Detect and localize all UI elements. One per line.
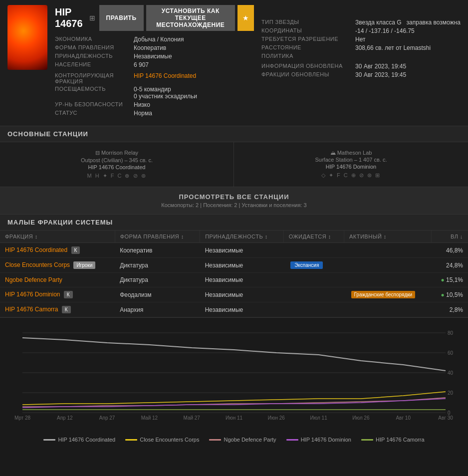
status-label: СТАТУС bbox=[55, 110, 130, 117]
legend-color-swatch bbox=[209, 439, 221, 441]
faction-name-link[interactable]: Ngobe Defence Party bbox=[5, 276, 62, 283]
svg-text:Апр 27: Апр 27 bbox=[99, 415, 115, 421]
economy-label: ЭКОНОМИКА bbox=[55, 36, 130, 43]
legend-item: Ngobe Defence Party bbox=[209, 437, 276, 443]
legend-label: Close Encounters Corps bbox=[140, 437, 199, 443]
legend-label: HIP 14676 Dominion bbox=[301, 437, 351, 443]
faction-influence: ● 15,1% bbox=[431, 273, 468, 287]
col-influence: ВЛ ↓ bbox=[431, 231, 468, 243]
svg-text:Мрт 28: Мрт 28 bbox=[14, 415, 31, 421]
faction-allegiance: Независимые bbox=[200, 287, 284, 302]
station-card-matheson[interactable]: ⛰ Matheson Lab Surface Station – 1 407 с… bbox=[234, 142, 468, 187]
controlling-faction-row: КОНТРОЛИРУЮЩАЯ ФРАКЦИЯ HIP 14676 Coordin… bbox=[55, 72, 254, 117]
coordinates-label: КООРДИНАТЫ bbox=[261, 27, 351, 34]
chart-svg: 020406080Мрт 28Апр 12Апр 27Май 12Май 27И… bbox=[7, 323, 461, 433]
set-location-button[interactable]: УСТАНОВИТЬ КАК ТЕКУЩЕЕ МЕСТОНАХОЖДЕНИЕ bbox=[146, 5, 235, 31]
faction-pending bbox=[283, 243, 344, 258]
faction-name-link[interactable]: Close Encounters Corps bbox=[5, 261, 70, 268]
stations-grid: ⊟ Morrison Relay Outpost (Civilian) – 34… bbox=[0, 142, 468, 187]
factions-updated-value: 30 Авг 2023, 19:45 bbox=[355, 71, 461, 78]
faction-government: Диктатура bbox=[115, 258, 200, 273]
system-info-left: HIP 14676 ⊞ ПРАВИТЬ УСТАНОВИТЬ КАК ТЕКУЩ… bbox=[55, 5, 254, 121]
station-card-morrison[interactable]: ⊟ Morrison Relay Outpost (Civilian) – 34… bbox=[0, 142, 234, 187]
faction-allegiance: Независимые bbox=[200, 258, 284, 273]
legend-label: HIP 14676 Camorra bbox=[376, 437, 425, 443]
legend-item: Close Encounters Corps bbox=[125, 437, 199, 443]
security-value: Низко bbox=[134, 101, 254, 108]
population-value: 6 907 bbox=[134, 61, 254, 68]
factions-section-header: МАЛЫЕ ФРАКЦИИ СИСТЕМЫ bbox=[0, 215, 468, 231]
faction-active bbox=[344, 243, 432, 258]
svg-text:Июл 26: Июл 26 bbox=[352, 415, 370, 421]
faction-name-link[interactable]: HIP 14676 Coordinated bbox=[5, 246, 67, 253]
station-icon-matheson: ⛰ Matheson Lab bbox=[244, 150, 458, 156]
legend-label: HIP 14676 Coordinated bbox=[58, 437, 115, 443]
view-all-stations[interactable]: ПРОСМОТРЕТЬ ВСЕ СТАНЦИИ Космопорты: 2 | … bbox=[0, 187, 468, 215]
faction-government: Кооператив bbox=[115, 243, 200, 258]
info-updated-value: 30 Авг 2023, 19:45 bbox=[355, 63, 461, 70]
faction-government: Анархия bbox=[115, 302, 200, 317]
table-row: HIP 14676 Camorra К Анархия Независимые … bbox=[0, 302, 468, 317]
col-active: АКТИВНЫЙ ↕ bbox=[344, 231, 432, 243]
controlling-faction-value[interactable]: HIP 14676 Coordinated bbox=[134, 72, 254, 84]
svg-text:40: 40 bbox=[448, 370, 454, 376]
svg-text:Май 27: Май 27 bbox=[183, 415, 200, 421]
factions-title: МАЛЫЕ ФРАКЦИИ СИСТЕМЫ bbox=[7, 219, 113, 226]
legend-item: HIP 14676 Dominion bbox=[286, 437, 351, 443]
view-all-subtitle: Космопорты: 2 | Поселения: 2 | Установки… bbox=[6, 202, 462, 208]
header-section: HIP 14676 ⊞ ПРАВИТЬ УСТАНОВИТЬ КАК ТЕКУЩ… bbox=[0, 0, 468, 126]
edit-icon[interactable]: ⊞ bbox=[89, 14, 95, 22]
allegiance-value: Независимые bbox=[134, 53, 254, 60]
svg-text:20: 20 bbox=[448, 390, 454, 396]
faction-badge-k: К bbox=[64, 291, 73, 298]
factions-updated-label: ФРАКЦИИ ОБНОВЛЕНЫ bbox=[261, 71, 351, 78]
faction-allegiance: Независимые bbox=[200, 243, 284, 258]
col-allegiance: ПРИНАДЛЕЖНОСТЬ ↕ bbox=[200, 231, 284, 243]
factions-table: ФРАКЦИЯ ↕ ФОРМА ПРАВЛЕНИЯ ↕ ПРИНАДЛЕЖНОС… bbox=[0, 231, 468, 317]
station-icons-matheson: ◇ ✦ F C ⊕ ⊘ ⊛ ⊞ bbox=[244, 172, 458, 179]
government-label: ФОРМА ПРАВЛЕНИЯ bbox=[55, 44, 130, 51]
col-pending: ОЖИДАЕТСЯ ↕ bbox=[283, 231, 344, 243]
favorite-button[interactable]: ★ bbox=[237, 5, 254, 31]
faction-influence: ● 10,5% bbox=[431, 287, 468, 302]
legend-color-swatch bbox=[125, 439, 137, 441]
faction-active bbox=[344, 273, 432, 287]
svg-text:Июн 26: Июн 26 bbox=[268, 415, 285, 421]
faction-name-link[interactable]: HIP 14676 Camorra bbox=[5, 306, 58, 313]
legend-item: HIP 14676 Coordinated bbox=[43, 437, 115, 443]
faction-name-link[interactable]: HIP 14676 Dominion bbox=[5, 291, 60, 298]
system-info-right: ТИП ЗВЕЗДЫ Звезда класса G заправка возм… bbox=[261, 5, 461, 78]
factions-table-header-row: ФРАКЦИЯ ↕ ФОРМА ПРАВЛЕНИЯ ↕ ПРИНАДЛЕЖНОС… bbox=[0, 231, 468, 243]
expansion-badge: Экспансия bbox=[290, 261, 323, 269]
distance-label: РАССТОЯНИЕ bbox=[261, 44, 351, 51]
stations-title: ОСНОВНЫЕ СТАНЦИИ bbox=[7, 130, 88, 138]
chart-section: 020406080Мрт 28Апр 12Апр 27Май 12Май 27И… bbox=[0, 317, 468, 448]
influence-dot: ● bbox=[441, 291, 446, 298]
station-type-matheson: Surface Station – 1 407 св. с. bbox=[244, 157, 458, 163]
controlling-faction-label: КОНТРОЛИРУЮЩАЯ ФРАКЦИЯ bbox=[55, 72, 130, 84]
faction-active bbox=[344, 258, 432, 273]
faction-name-cell: HIP 14676 Coordinated К bbox=[0, 243, 115, 258]
distance-value: 308,66 св. лет от Lemastshi bbox=[355, 44, 461, 51]
faction-active bbox=[344, 302, 432, 317]
station-icon-morrison: ⊟ Morrison Relay bbox=[10, 150, 224, 156]
edit-button[interactable]: ПРАВИТЬ bbox=[99, 5, 144, 31]
legend-item: HIP 14676 Camorra bbox=[361, 437, 425, 443]
svg-text:Авг 30: Авг 30 bbox=[438, 415, 453, 421]
faction-name-cell: Ngobe Defence Party bbox=[0, 273, 115, 287]
faction-pending bbox=[283, 273, 344, 287]
table-row: HIP 14676 Coordinated К Кооператив Незав… bbox=[0, 243, 468, 258]
stations-section-header: ОСНОВНЫЕ СТАНЦИИ bbox=[0, 126, 468, 142]
population-label: НАСЕЛЕНИЕ bbox=[55, 61, 130, 68]
economy-value: Добыча / Колония bbox=[134, 36, 254, 43]
right-info-grid: ТИП ЗВЕЗДЫ Звезда класса G заправка возм… bbox=[261, 19, 461, 59]
star-type-label: ТИП ЗВЕЗДЫ bbox=[261, 19, 351, 26]
factions-table-body: HIP 14676 Coordinated К Кооператив Незав… bbox=[0, 243, 468, 317]
svg-text:Авг 10: Авг 10 bbox=[396, 415, 411, 421]
stations-section: ⊟ Morrison Relay Outpost (Civilian) – 34… bbox=[0, 142, 468, 215]
col-government: ФОРМА ПРАВЛЕНИЯ ↕ bbox=[115, 231, 200, 243]
star-image bbox=[7, 5, 47, 70]
svg-text:80: 80 bbox=[448, 330, 454, 336]
faction-allegiance: Независимые bbox=[200, 273, 284, 287]
legend-label: Ngobe Defence Party bbox=[224, 437, 276, 443]
